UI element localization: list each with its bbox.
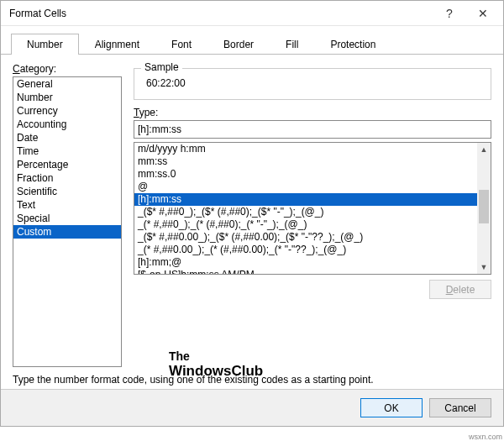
type-listbox[interactable]: m/d/yyyy h:mmmm:ssmm:ss.0@[h]:mm:ss_($* … (134, 142, 491, 275)
category-item[interactable]: Time (13, 144, 121, 158)
scroll-thumb[interactable] (479, 190, 489, 223)
tab-bar: Number Alignment Font Border Fill Protec… (1, 26, 503, 55)
tab-number[interactable]: Number (11, 34, 79, 55)
type-item[interactable]: [$-en-US]h:mm:ss AM/PM (134, 269, 491, 275)
category-item[interactable]: Custom (13, 225, 121, 239)
button-label: Cancel (444, 402, 475, 414)
type-input[interactable] (134, 120, 491, 139)
window-title: Format Cells (9, 8, 433, 19)
tab-label: Alignment (95, 39, 139, 50)
category-item[interactable]: Text (13, 198, 121, 212)
tab-font[interactable]: Font (155, 34, 207, 55)
category-label: Category: (13, 63, 122, 75)
titlebar: Format Cells ? ✕ (1, 1, 503, 26)
type-item[interactable]: _(* #,##0.00_);_(* (#,##0.00);_(* "-"??_… (134, 244, 491, 256)
cancel-button[interactable]: Cancel (429, 398, 491, 417)
type-label: Type: (134, 107, 491, 118)
sample-legend: Sample (141, 61, 182, 73)
scroll-up-icon[interactable]: ▲ (477, 143, 491, 156)
type-item[interactable]: _($* #,##0.00_);_($* (#,##0.00);_($* "-"… (134, 231, 491, 244)
tab-label: Fill (286, 39, 298, 50)
type-item[interactable]: [h]:mm;@ (134, 256, 491, 269)
type-item[interactable]: [h]:mm:ss (134, 193, 491, 206)
dialog-footer: OK Cancel (1, 389, 503, 426)
sample-group: Sample 60:22:00 (134, 68, 491, 100)
tab-label: Number (27, 39, 63, 50)
type-item[interactable]: mm:ss.0 (134, 168, 491, 181)
category-item[interactable]: Percentage (13, 158, 121, 171)
tab-alignment[interactable]: Alignment (79, 34, 155, 55)
category-column: Category: GeneralNumberCurrencyAccountin… (13, 63, 122, 367)
category-item[interactable]: Scientific (13, 185, 121, 198)
button-label: OK (384, 402, 398, 414)
hint-text: Type the number format code, using one o… (1, 372, 503, 389)
tab-fill[interactable]: Fill (270, 34, 314, 55)
type-item[interactable]: @ (134, 181, 491, 193)
category-item[interactable]: Accounting (13, 118, 121, 131)
category-item[interactable]: Number (13, 91, 121, 104)
ok-button[interactable]: OK (360, 398, 423, 417)
tab-label: Border (223, 39, 254, 50)
category-item[interactable]: Fraction (13, 171, 121, 185)
close-button[interactable]: ✕ (466, 2, 500, 25)
details-column: Sample 60:22:00 Type: m/d/yyyy h:mmmm:ss… (134, 63, 491, 367)
category-listbox[interactable]: GeneralNumberCurrencyAccountingDateTimeP… (13, 76, 122, 367)
sample-value: 60:22:00 (143, 77, 482, 89)
category-item[interactable]: Special (13, 212, 121, 225)
help-button[interactable]: ? (433, 2, 466, 25)
tab-border[interactable]: Border (207, 34, 270, 55)
tab-protection[interactable]: Protection (314, 34, 391, 55)
tab-label: Protection (330, 39, 375, 50)
type-item[interactable]: mm:ss (134, 155, 491, 168)
close-icon: ✕ (478, 7, 488, 20)
source-caption: wsxn.com (469, 433, 502, 441)
scrollbar[interactable]: ▲ ▼ (477, 143, 491, 274)
type-item[interactable]: m/d/yyyy h:mm (134, 143, 491, 155)
format-cells-dialog: Format Cells ? ✕ Number Alignment Font B… (0, 0, 504, 427)
category-item[interactable]: Date (13, 131, 121, 144)
category-item[interactable]: General (13, 77, 121, 91)
scroll-track[interactable] (477, 156, 491, 260)
delete-button: Delete (429, 280, 491, 299)
scroll-down-icon[interactable]: ▼ (477, 260, 491, 274)
category-item[interactable]: Currency (13, 104, 121, 118)
type-item[interactable]: _($* #,##0_);_($* (#,##0);_($* "-"_);_(@… (134, 206, 491, 218)
type-item[interactable]: _(* #,##0_);_(* (#,##0);_(* "-"_);_(@_) (134, 218, 491, 231)
tab-label: Font (171, 39, 192, 50)
help-icon: ? (446, 7, 453, 20)
dialog-body: Category: GeneralNumberCurrencyAccountin… (1, 55, 503, 372)
